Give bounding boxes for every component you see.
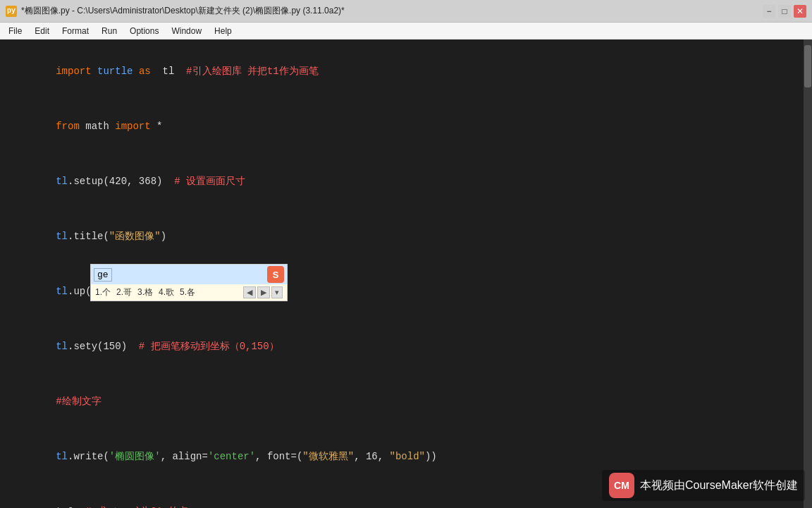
menu-help[interactable]: Help bbox=[209, 25, 238, 37]
code-line-7: #绘制文字 bbox=[8, 374, 795, 429]
close-button[interactable]: ✕ bbox=[794, 5, 806, 18]
minimize-button[interactable]: − bbox=[763, 5, 775, 18]
editor-area: import turtle as tl #引入绘图库 并把t1作为画笔 from… bbox=[0, 40, 812, 508]
menu-window[interactable]: Window bbox=[166, 25, 207, 37]
input-method-logo: S bbox=[267, 266, 284, 283]
code-line-6: tl.sety(150) # 把画笔移动到坐标（0,150） bbox=[8, 319, 795, 374]
code-line-2: from math import * bbox=[8, 99, 795, 154]
autocomplete-options-row: 1.个 2.哥 3.格 4.歌 5.各 ◀ ▶ ▾ bbox=[91, 284, 287, 301]
watermark: CM 本视频由CourseMaker软件创建 bbox=[602, 470, 805, 501]
watermark-text: 本视频由CourseMaker软件创建 bbox=[640, 478, 798, 493]
ac-next-button[interactable]: ▶ bbox=[257, 286, 270, 298]
maximize-button[interactable]: □ bbox=[778, 5, 791, 18]
autocomplete-popup[interactable]: ge S 1.个 2.哥 3.格 4.歌 5.各 ◀ ▶ ▾ bbox=[90, 264, 288, 301]
menu-run[interactable]: Run bbox=[96, 25, 123, 37]
ac-option-4[interactable]: 4.歌 bbox=[159, 286, 174, 298]
ac-dropdown-button[interactable]: ▾ bbox=[271, 286, 283, 298]
code-line-1: import turtle as tl #引入绘图库 并把t1作为画笔 bbox=[8, 44, 795, 99]
title-bar-left: py *椭圆图像.py - C:\Users\Administrator\Des… bbox=[6, 5, 345, 17]
autocomplete-input-row: ge S bbox=[91, 265, 287, 284]
ac-option-5[interactable]: 5.各 bbox=[180, 286, 195, 298]
ac-option-3[interactable]: 3.格 bbox=[137, 286, 153, 298]
menu-bar: File Edit Format Run Options Window Help bbox=[0, 23, 812, 40]
title-bar: py *椭圆图像.py - C:\Users\Administrator\Des… bbox=[0, 0, 812, 23]
ac-option-2[interactable]: 2.哥 bbox=[116, 286, 132, 298]
ac-prev-button[interactable]: ◀ bbox=[243, 286, 256, 298]
ac-option-1[interactable]: 1.个 bbox=[95, 286, 111, 298]
app-icon: py bbox=[6, 6, 17, 17]
code-line-3: tl.setup(420, 368) # 设置画面尺寸 bbox=[8, 154, 795, 209]
menu-format[interactable]: Format bbox=[56, 25, 94, 37]
window-controls: − □ ✕ bbox=[763, 5, 806, 18]
menu-options[interactable]: Options bbox=[124, 25, 164, 37]
main-window: py *椭圆图像.py - C:\Users\Administrator\Des… bbox=[0, 0, 812, 508]
menu-file[interactable]: File bbox=[3, 25, 27, 37]
window-title: *椭圆图像.py - C:\Users\Administrator\Deskto… bbox=[21, 5, 345, 17]
autocomplete-input[interactable]: ge bbox=[94, 268, 112, 282]
scrollbar[interactable] bbox=[804, 40, 812, 508]
ac-navigation: ◀ ▶ ▾ bbox=[243, 286, 283, 298]
code-editor[interactable]: import turtle as tl #引入绘图库 并把t1作为画笔 from… bbox=[0, 40, 804, 508]
scrollbar-thumb[interactable] bbox=[804, 45, 811, 87]
coursemaker-logo: CM bbox=[609, 473, 634, 498]
code-line-4: tl.title("函数图像") bbox=[8, 209, 795, 264]
menu-edit[interactable]: Edit bbox=[29, 25, 55, 37]
